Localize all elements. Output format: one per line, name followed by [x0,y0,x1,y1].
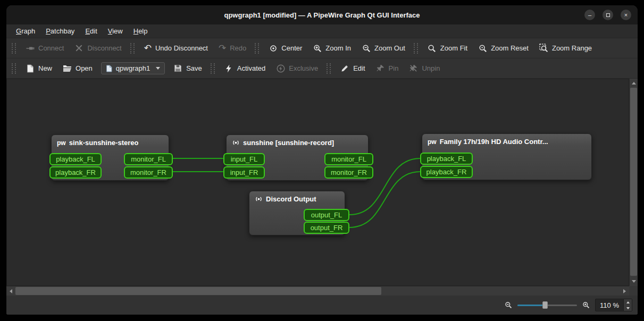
zoom-slider-handle[interactable] [542,301,548,309]
zoom-reset-button[interactable]: Zoom Reset [473,41,534,55]
menu-item-graph[interactable]: Graph [11,24,40,38]
vertical-scrollbar[interactable] [629,79,638,286]
menu-item-view[interactable]: View [103,24,128,38]
vertical-scrollbar-thumb[interactable] [630,88,637,276]
port-output-fr[interactable]: output_FR [304,222,349,234]
node-title: sunshine [sunshine-record] [243,139,334,147]
spin-down-icon [626,307,630,309]
lightning-icon [224,64,233,73]
node-title: Discord Output [266,195,316,203]
minimize-icon: – [588,12,591,18]
zoom-spinbox[interactable]: 110 % [595,299,632,311]
zoom-spin-up-button[interactable] [624,299,632,305]
patchbay-toolbar: New Open qpwgraph1 Save Acti [6,58,638,79]
maximize-icon [606,13,610,17]
port-playback-fr[interactable]: playback_FR [420,166,473,178]
center-button[interactable]: Center [263,41,307,55]
graph-canvas[interactable]: pw sink-sunshine-stereo playback_FL play… [6,79,629,286]
statusbar: 110 % [6,295,638,315]
node-sink-sunshine-stereo[interactable]: pw sink-sunshine-stereo playback_FL play… [51,134,169,181]
undo-disconnect-button[interactable]: ↶ Undo Disconnect [139,41,213,55]
scroll-left-arrow[interactable] [10,289,12,293]
toolbar-grip[interactable] [414,43,418,54]
pipewire-icon: pw [428,138,437,146]
unpin-icon [409,64,418,73]
menu-item-patchbay[interactable]: Patchbay [40,24,80,38]
zoom-reset-icon [478,44,487,53]
disconnect-button[interactable]: Disconnect [69,41,127,55]
zoom-fit-button[interactable]: Zoom Fit [422,41,473,55]
toolbar-grip[interactable] [12,43,16,54]
pin-icon [376,64,385,73]
connection-layer [6,79,629,286]
scroll-down-arrow[interactable] [632,280,636,283]
exclusive-button[interactable]: Exclusive [271,61,323,75]
lightning-circle-icon [276,64,285,73]
port-input-fl[interactable]: input_FL [223,153,265,165]
port-input-fr[interactable]: input_FR [223,166,265,179]
app-window: qpwgraph1 [modified] — A PipeWire Graph … [6,5,638,315]
window-title: qpwgraph1 [modified] — A PipeWire Graph … [224,11,420,19]
center-icon [269,44,278,53]
port-playback-fl[interactable]: playback_FL [49,153,102,165]
port-monitor-fr[interactable]: monitor_FR [124,166,173,179]
open-button[interactable]: Open [57,61,98,75]
scroll-right-arrow[interactable] [623,289,626,293]
disconnect-icon [74,44,83,53]
menu-item-edit[interactable]: Edit [80,24,102,38]
activated-button[interactable]: Activated [219,61,271,75]
scrollbar-corner [629,286,638,295]
titlebar[interactable]: qpwgraph1 [modified] — A PipeWire Graph … [6,5,638,24]
toolbar-grip[interactable] [12,63,16,74]
connect-button[interactable]: Connect [20,41,69,55]
maximize-button[interactable] [603,10,613,20]
scroll-up-arrow[interactable] [632,82,636,85]
new-button[interactable]: New [20,61,57,75]
minimize-button[interactable]: – [584,10,595,20]
zoom-range-icon [539,44,548,53]
port-output-fl[interactable]: output_FL [304,209,349,221]
horizontal-scrollbar[interactable] [6,286,629,295]
open-folder-icon [63,64,72,73]
toolbar-grip[interactable] [327,63,331,74]
node-family-hd-audio-controller[interactable]: pw Family 17h/19h HD Audio Contr... play… [422,133,592,180]
patchbay-selector[interactable]: qpwgraph1 [101,62,165,74]
zoom-fit-icon [428,44,437,53]
connect-icon [26,44,35,53]
audio-node-icon [232,139,240,147]
zoom-in-button[interactable]: Zoom In [307,41,356,55]
zoom-out-button[interactable]: Zoom Out [356,41,411,55]
node-sunshine-record[interactable]: sunshine [sunshine-record] input_FL inpu… [226,134,369,181]
unpin-button[interactable]: Unpin [404,61,445,75]
pin-button[interactable]: Pin [371,61,404,75]
new-document-icon [26,64,35,73]
zoom-out-icon [505,301,512,309]
port-monitor-fl[interactable]: monitor_FL [124,153,173,165]
pipewire-icon: pw [57,139,66,147]
port-monitor-fr[interactable]: monitor_FR [324,166,373,179]
save-icon [173,64,182,73]
horizontal-scrollbar-thumb[interactable] [15,287,381,295]
chevron-down-icon [156,67,160,70]
zoom-range-button[interactable]: Zoom Range [534,41,597,55]
save-button[interactable]: Save [168,61,207,75]
node-discord-output[interactable]: Discord Output output_FL output_FR [249,191,345,235]
edit-button[interactable]: Edit [335,61,370,75]
redo-button[interactable]: ↷ Redo [213,41,252,55]
close-button[interactable]: × [621,10,631,20]
zoom-spin-down-button[interactable] [624,305,632,311]
toolbar-grip[interactable] [211,63,215,74]
zoom-slider[interactable] [517,301,577,309]
toolbar-grip[interactable] [130,43,135,54]
toolbar-grip[interactable] [255,43,259,54]
patchbay-selector-value: qpwgraph1 [116,64,150,72]
port-monitor-fl[interactable]: monitor_FL [324,153,373,165]
undo-icon: ↶ [144,44,152,53]
menu-item-help[interactable]: Help [128,24,153,38]
port-playback-fl[interactable]: playback_FL [420,153,473,165]
node-title: Family 17h/19h HD Audio Contr... [440,138,548,146]
zoom-slider-fill [517,305,545,306]
menubar: Graph Patchbay Edit View Help [6,24,638,38]
port-playback-fr[interactable]: playback_FR [49,166,102,179]
spin-up-icon [626,301,630,303]
